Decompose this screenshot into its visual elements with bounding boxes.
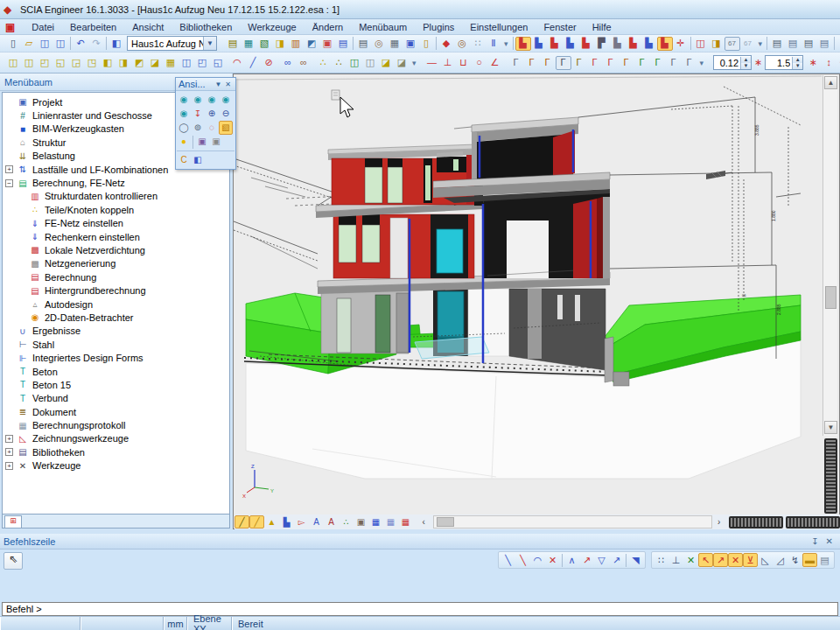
snap-list-icon[interactable]: ▤ [817, 553, 832, 567]
snap-intersection-icon[interactable]: ✕ [728, 553, 743, 567]
disconnect-nodes-icon[interactable]: ∴ [331, 56, 346, 70]
frame-7-icon[interactable]: Γ [603, 56, 619, 70]
view-perspective-icon[interactable]: ◉ [177, 107, 191, 121]
show-results-icon[interactable]: ▙ [279, 515, 294, 528]
frame-12-icon[interactable]: Γ [682, 56, 697, 70]
paste-4-icon[interactable]: ▤ [816, 37, 832, 51]
snap-only-points-icon[interactable]: ✕ [683, 553, 698, 567]
render-solid-icon[interactable]: ╱ [249, 515, 264, 528]
scroll-right-icon[interactable]: › [712, 515, 727, 528]
horizontal-scroll-thumb[interactable] [437, 517, 454, 527]
command-input[interactable]: Befehl > [2, 602, 838, 616]
frame-2-icon[interactable]: Γ [524, 56, 540, 70]
model-3d-scene[interactable]: 3.885 1.880 2.885 06 Z Y X [234, 74, 822, 514]
beam-section-icon[interactable]: ▙ [657, 37, 673, 51]
snap-midpoint-icon[interactable]: ↖ [698, 553, 713, 567]
menu-datei[interactable]: Datei [24, 21, 62, 33]
tree-item-fe-netz-einstellen[interactable]: ⇓FE-Netz einstellen [3, 217, 229, 230]
toolbar-overflow-chevron[interactable]: ▾ [501, 39, 511, 48]
project-combo[interactable]: ▼ [127, 36, 217, 51]
copy-node-icon[interactable]: ◫ [21, 56, 37, 70]
connect-nodes-icon[interactable]: ∴ [315, 56, 331, 70]
toolbar-overflow-chevron[interactable]: ▾ [697, 59, 707, 67]
spin-down-icon[interactable]: ▼ [740, 63, 751, 69]
member-b-icon[interactable]: ◪ [394, 56, 410, 70]
tree-item-berechnung-fe-netz[interactable]: −▤Berechnung, FE-Netz [3, 176, 229, 189]
snap-arc-center-icon[interactable]: ◿ [773, 553, 788, 567]
zoom-out-icon[interactable]: ⊖ [219, 107, 233, 121]
extend-icon[interactable]: ◨ [116, 56, 131, 70]
tree-item-autodesign[interactable]: ▵Autodesign [3, 298, 229, 311]
mesh-icon[interactable]: ∗ [753, 56, 763, 70]
beam-modify-icon[interactable]: ▙ [641, 37, 657, 51]
render-light-icon[interactable]: ● [177, 135, 191, 149]
tree-item-lokale-netzverdichtung[interactable]: ▩Lokale Netzverdichtung [3, 243, 229, 256]
grid-dots-icon[interactable]: ▦ [368, 515, 383, 528]
tree-item-zeichnungswerkzeuge[interactable]: +◺Zeichnungswerkzeuge [3, 432, 229, 445]
mesh-size-input[interactable] [714, 58, 740, 68]
array-icon[interactable]: ▦ [163, 56, 178, 70]
close-icon[interactable]: ✕ [223, 80, 233, 88]
mirror-icon[interactable]: ◱ [52, 56, 68, 70]
status-plane[interactable]: Ebene XY [187, 617, 232, 630]
view-z-icon[interactable]: ◉ [205, 93, 219, 107]
picture-icon[interactable]: ◩ [304, 37, 319, 51]
tree-item-berechnung[interactable]: ▤Berechnung [3, 270, 229, 284]
wizard-icon[interactable]: ◆ [438, 37, 454, 51]
zoom-selection-icon[interactable]: ◌ [205, 121, 219, 135]
tree-item-integriertes-design-forms[interactable]: ⊩Integriertes Design Forms [3, 351, 229, 364]
menu-ansicht[interactable]: Ansicht [124, 21, 172, 33]
polygon-tool-icon[interactable]: ▽ [594, 553, 609, 567]
beam-column-icon[interactable]: ▙ [531, 37, 547, 51]
show-surfaces-icon[interactable]: ▲ [264, 515, 279, 528]
redo-icon[interactable]: ↷ [88, 37, 104, 51]
status-units[interactable]: mm [164, 617, 187, 630]
point-grid-icon[interactable]: ∷ [470, 37, 486, 51]
cursor-snap-settings-icon[interactable]: ◥ [628, 553, 643, 567]
snap-grid-icon[interactable]: ∷ [654, 553, 668, 567]
zoom-window-icon[interactable]: ◯ [177, 121, 191, 135]
tree-item-teile-knoten-koppeln[interactable]: ∴Teile/Knoten koppeln [3, 203, 229, 216]
menu-werkzeuge[interactable]: Werkzeuge [240, 21, 304, 33]
mesh-refine-icon[interactable]: ∗ [805, 56, 821, 70]
select-polyline-icon[interactable]: ◠ [229, 56, 245, 70]
snap-endpoint-icon[interactable]: ↗ [713, 553, 728, 567]
frame-10-icon[interactable]: Γ [650, 56, 666, 70]
paste-1-icon[interactable]: ▤ [769, 37, 785, 51]
tree-item-2d-daten-betrachter[interactable]: ◉2D-Daten-Betrachter [3, 311, 229, 324]
spin-up-icon[interactable]: ▲ [740, 57, 751, 63]
xls-export-icon[interactable]: ▧ [256, 37, 272, 51]
member-a-icon[interactable]: ◪ [378, 56, 394, 70]
draw-arc-icon[interactable]: ◠ [530, 553, 545, 567]
tree-item-beton-15[interactable]: TBeton 15 [3, 378, 229, 391]
copy-attributes-icon[interactable]: ◨ [272, 37, 288, 51]
project-combo-input[interactable] [128, 38, 203, 49]
load-scale-icon[interactable]: ↕ [821, 56, 836, 70]
tree-item-stahl[interactable]: ⊢Stahl [3, 338, 229, 351]
zoom-all-icon[interactable]: ⊚ [191, 121, 205, 135]
beam-plate-icon[interactable]: ▙ [563, 37, 578, 51]
print-preview-icon[interactable]: ◎ [371, 37, 387, 51]
tree-item-dokument[interactable]: ≣Dokument [3, 405, 229, 418]
fillet-icon[interactable]: ◰ [194, 56, 210, 70]
scale-icon[interactable]: ◲ [68, 56, 84, 70]
menu-einstellungen[interactable]: Einstellungen [462, 21, 536, 33]
menu--ndern[interactable]: Ändern [304, 21, 351, 33]
viewport-vertical-scrollbar[interactable]: ▲ ▼ [822, 75, 837, 436]
tree-item-ergebnisse[interactable]: ∪Ergebnisse [3, 325, 229, 338]
expand-icon[interactable]: + [5, 462, 13, 470]
view-3d-window-icon[interactable]: ◧ [191, 153, 205, 167]
paste-add-icon[interactable]: ◫ [362, 56, 378, 70]
tree-item-berechnungsprotokoll[interactable]: ▦Berechnungsprotokoll [3, 418, 229, 431]
project-window-icon[interactable]: ◧ [108, 37, 124, 51]
open-file-icon[interactable]: ▱ [21, 37, 37, 51]
close-icon[interactable]: ✕ [822, 536, 836, 546]
draw-line-icon[interactable]: ╲ [500, 553, 515, 567]
frame-4-icon[interactable]: Γ [556, 56, 571, 70]
view-ucs-icon[interactable]: ↧ [191, 107, 205, 121]
scroll-down-icon[interactable]: ▼ [824, 421, 837, 434]
rotate-icon[interactable]: ◰ [37, 56, 52, 70]
new-file-icon[interactable]: ▯ [5, 37, 21, 51]
beam-curve-icon[interactable]: ▙ [610, 37, 626, 51]
beam-wall-icon[interactable]: ▙ [578, 37, 594, 51]
